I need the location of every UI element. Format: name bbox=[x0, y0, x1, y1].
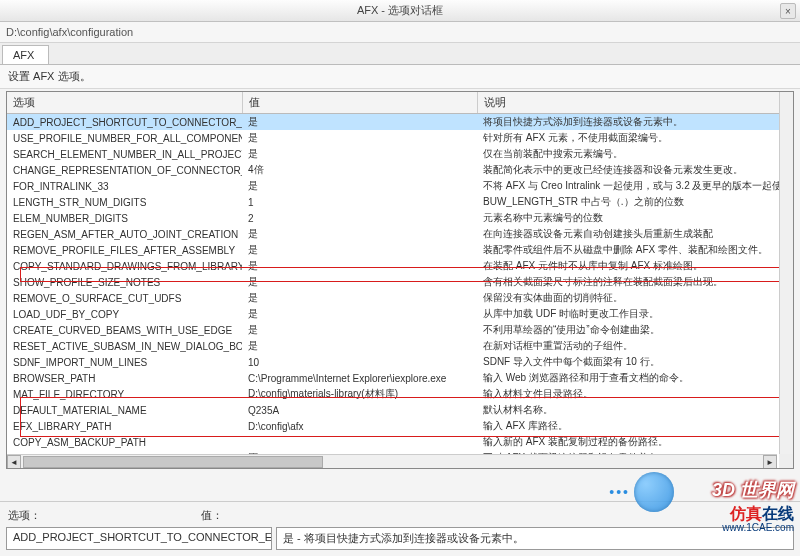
cell-val: 是 bbox=[242, 114, 477, 131]
footer: 选项： 值： ADD_PROJECT_SHORTCUT_TO_CONNECTOR… bbox=[0, 501, 800, 556]
subtitle: 设置 AFX 选项。 bbox=[0, 65, 800, 89]
cell-desc: SDNF 导入文件中每个截面梁有 10 行。 bbox=[477, 354, 793, 370]
scroll-left-icon[interactable]: ◄ bbox=[7, 455, 21, 469]
cell-val: 10 bbox=[242, 354, 477, 370]
cell-opt: BROWSER_PATH bbox=[7, 370, 242, 386]
table-row[interactable]: LOAD_UDF_BY_COPY是从库中加载 UDF 时临时更改工作目录。 bbox=[7, 306, 793, 322]
cell-val: 是 bbox=[242, 258, 477, 274]
table-row[interactable]: SEARCH_ELEMENT_NUMBER_IN_ALL_PROJECT_ASS… bbox=[7, 146, 793, 162]
cell-desc: 保留没有实体曲面的切削特征。 bbox=[477, 290, 793, 306]
table-row[interactable]: ELEM_NUMBER_DIGITS2元素名称中元素编号的位数 bbox=[7, 210, 793, 226]
col-desc[interactable]: 说明 bbox=[477, 92, 793, 114]
cell-desc: 将项目快捷方式添加到连接器或设备元素中。 bbox=[477, 114, 793, 131]
cell-val: 是 bbox=[242, 274, 477, 290]
cell-opt: DEFAULT_MATERIAL_NAME bbox=[7, 402, 242, 418]
cell-desc: 针对所有 AFX 元素，不使用截面梁编号。 bbox=[477, 130, 793, 146]
col-value[interactable]: 值 bbox=[242, 92, 477, 114]
cell-desc: 含有相关截面梁尺寸标注的注释在装配截面梁后出现。 bbox=[477, 274, 793, 290]
table-row[interactable]: SHOW_PROFILE_SIZE_NOTES是含有相关截面梁尺寸标注的注释在装… bbox=[7, 274, 793, 290]
cell-opt: REMOVE_PROFILE_FILES_AFTER_ASSEMBLY bbox=[7, 242, 242, 258]
cell-opt: LENGTH_STR_NUM_DIGITS bbox=[7, 194, 242, 210]
table-row[interactable]: SDNF_IMPORT_NUM_LINES10SDNF 导入文件中每个截面梁有 … bbox=[7, 354, 793, 370]
cell-opt: EFX_LIBRARY_PATH bbox=[7, 418, 242, 434]
table-row[interactable]: CHANGE_REPRESENTATION_OF_CONNECTOR_EQUIP… bbox=[7, 162, 793, 178]
cell-val: 是 bbox=[242, 130, 477, 146]
cell-opt: CHANGE_REPRESENTATION_OF_CONNECTOR_EQUIP… bbox=[7, 162, 242, 178]
window-title: AFX - 选项对话框 bbox=[357, 3, 443, 18]
table-row[interactable]: BROWSER_PATHC:\Programme\Internet Explor… bbox=[7, 370, 793, 386]
table-row[interactable]: DEFAULT_MATERIAL_NAMEQ235A默认材料名称。 bbox=[7, 402, 793, 418]
close-button[interactable]: × bbox=[780, 3, 796, 19]
cell-desc: 在向连接器或设备元素自动创建接头后重新生成装配 bbox=[477, 226, 793, 242]
tab-row: AFX bbox=[0, 43, 800, 65]
path-bar: D:\config\afx\configuration bbox=[0, 22, 800, 43]
footer-value-field[interactable]: 是 - 将项目快捷方式添加到连接器或设备元素中。 bbox=[276, 527, 794, 550]
table-row[interactable]: FOR_INTRALINK_33是不将 AFX 与 Creo Intralink… bbox=[7, 178, 793, 194]
cell-desc: 默认材料名称。 bbox=[477, 402, 793, 418]
cell-opt: ELEM_NUMBER_DIGITS bbox=[7, 210, 242, 226]
cell-val: D:\config\materials-library(材料库) bbox=[242, 386, 477, 402]
close-icon: × bbox=[785, 6, 791, 17]
cell-opt: USE_PROFILE_NUMBER_FOR_ALL_COMPONENT_NAM… bbox=[7, 130, 242, 146]
cell-val: D:\config\afx bbox=[242, 418, 477, 434]
footer-option-field[interactable]: ADD_PROJECT_SHORTCUT_TO_CONNECTOR_EQUIPM… bbox=[6, 527, 272, 550]
cell-val: C:\Programme\Internet Explorer\iexplore.… bbox=[242, 370, 477, 386]
cell-desc: 元素名称中元素编号的位数 bbox=[477, 210, 793, 226]
scroll-right-icon[interactable]: ► bbox=[763, 455, 777, 469]
h-scroll-thumb[interactable] bbox=[23, 456, 323, 468]
h-scrollbar[interactable]: ◄ ► bbox=[7, 454, 777, 468]
cell-val bbox=[242, 434, 477, 450]
options-table: 选项 值 说明 ADD_PROJECT_SHORTCUT_TO_CONNECTO… bbox=[7, 92, 793, 469]
cell-desc: 输入 Web 浏览器路径和用于查看文档的命令。 bbox=[477, 370, 793, 386]
cell-val: 是 bbox=[242, 306, 477, 322]
cell-desc: 从库中加载 UDF 时临时更改工作目录。 bbox=[477, 306, 793, 322]
footer-label-option: 选项： bbox=[8, 508, 41, 523]
table-row[interactable]: REMOVE_O_SURFACE_CUT_UDFS是保留没有实体曲面的切削特征。 bbox=[7, 290, 793, 306]
cell-opt: COPY_ASM_BACKUP_PATH bbox=[7, 434, 242, 450]
cell-val: 是 bbox=[242, 178, 477, 194]
table-row[interactable]: COPY_STANDARD_DRAWINGS_FROM_LIBRARY是在装配 … bbox=[7, 258, 793, 274]
cell-opt: CREATE_CURVED_BEAMS_WITH_USE_EDGE bbox=[7, 322, 242, 338]
cell-opt: COPY_STANDARD_DRAWINGS_FROM_LIBRARY bbox=[7, 258, 242, 274]
cell-val: 是 bbox=[242, 226, 477, 242]
cell-desc: 输入 AFX 库路径。 bbox=[477, 418, 793, 434]
cell-opt: SEARCH_ELEMENT_NUMBER_IN_ALL_PROJECT_ASS… bbox=[7, 146, 242, 162]
cell-opt: SHOW_PROFILE_SIZE_NOTES bbox=[7, 274, 242, 290]
cell-val: 是 bbox=[242, 146, 477, 162]
options-table-wrap: 选项 值 说明 ADD_PROJECT_SHORTCUT_TO_CONNECTO… bbox=[6, 91, 794, 469]
tab-afx[interactable]: AFX bbox=[2, 45, 49, 64]
table-row[interactable]: RESET_ACTIVE_SUBASM_IN_NEW_DIALOG_BOX是在新… bbox=[7, 338, 793, 354]
cell-desc: 装配简化表示中的更改已经使连接器和设备元素发生更改。 bbox=[477, 162, 793, 178]
table-row[interactable]: COPY_ASM_BACKUP_PATH输入新的 AFX 装配复制过程的备份路径… bbox=[7, 434, 793, 450]
cell-opt: ADD_PROJECT_SHORTCUT_TO_CONNECTOR_EQUIPM… bbox=[7, 114, 242, 131]
cell-val: 是 bbox=[242, 338, 477, 354]
table-row[interactable]: USE_PROFILE_NUMBER_FOR_ALL_COMPONENT_NAM… bbox=[7, 130, 793, 146]
cell-opt: REGEN_ASM_AFTER_AUTO_JOINT_CREATION bbox=[7, 226, 242, 242]
table-row[interactable]: REMOVE_PROFILE_FILES_AFTER_ASSEMBLY是装配零件… bbox=[7, 242, 793, 258]
title-bar: AFX - 选项对话框 × bbox=[0, 0, 800, 22]
cell-desc: BUW_LENGTH_STR 中占号（.）之前的位数 bbox=[477, 194, 793, 210]
table-row[interactable]: ADD_PROJECT_SHORTCUT_TO_CONNECTOR_EQUIPM… bbox=[7, 114, 793, 131]
cell-val: 1 bbox=[242, 194, 477, 210]
cell-val: 2 bbox=[242, 210, 477, 226]
v-scrollbar[interactable] bbox=[779, 92, 793, 454]
table-row[interactable]: REGEN_ASM_AFTER_AUTO_JOINT_CREATION是在向连接… bbox=[7, 226, 793, 242]
footer-label-value: 值： bbox=[201, 508, 223, 523]
cell-opt: MAT_FILE_DIRECTORY bbox=[7, 386, 242, 402]
cell-opt: RESET_ACTIVE_SUBASM_IN_NEW_DIALOG_BOX bbox=[7, 338, 242, 354]
cell-opt: FOR_INTRALINK_33 bbox=[7, 178, 242, 194]
cell-opt: LOAD_UDF_BY_COPY bbox=[7, 306, 242, 322]
cell-val: Q235A bbox=[242, 402, 477, 418]
cell-opt: SDNF_IMPORT_NUM_LINES bbox=[7, 354, 242, 370]
cell-desc: 不利用草绘器的“使用边”命令创建曲梁。 bbox=[477, 322, 793, 338]
col-option[interactable]: 选项 bbox=[7, 92, 242, 114]
cell-val: 4倍 bbox=[242, 162, 477, 178]
table-row[interactable]: EFX_LIBRARY_PATHD:\config\afx输入 AFX 库路径。 bbox=[7, 418, 793, 434]
cell-desc: 装配零件或组件后不从磁盘中删除 AFX 零件、装配和绘图文件。 bbox=[477, 242, 793, 258]
table-row[interactable]: LENGTH_STR_NUM_DIGITS1BUW_LENGTH_STR 中占号… bbox=[7, 194, 793, 210]
cell-val: 是 bbox=[242, 322, 477, 338]
cell-desc: 输入材料文件目录路径。 bbox=[477, 386, 793, 402]
table-row[interactable]: MAT_FILE_DIRECTORYD:\config\materials-li… bbox=[7, 386, 793, 402]
table-row[interactable]: CREATE_CURVED_BEAMS_WITH_USE_EDGE是不利用草绘器… bbox=[7, 322, 793, 338]
cell-desc: 在新对话框中重置活动的子组件。 bbox=[477, 338, 793, 354]
